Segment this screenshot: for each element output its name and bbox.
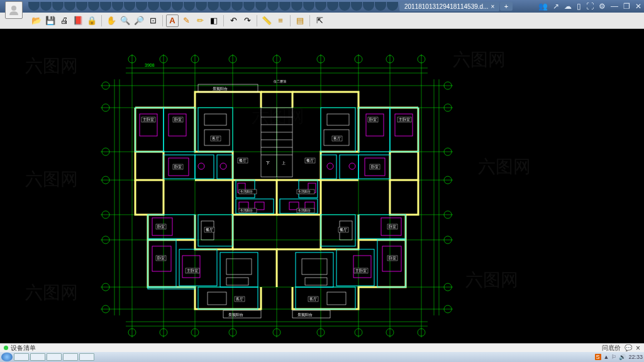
svg-text:上: 上 — [282, 161, 286, 165]
svg-rect-134 — [302, 259, 327, 274]
svg-text:卧室: 卧室 — [157, 224, 165, 229]
redo-button[interactable]: ↷ — [241, 14, 253, 27]
svg-rect-117 — [182, 256, 200, 278]
restore-icon[interactable]: ❐ — [623, 2, 630, 11]
pencil-button[interactable]: ✎ — [180, 14, 192, 27]
svg-rect-137 — [208, 292, 226, 305]
svg-point-120 — [349, 163, 355, 169]
tray-clock[interactable]: 22:33 — [628, 354, 643, 360]
status-price-label[interactable]: 问底价 — [602, 344, 621, 353]
svg-text:卧室: 卧室 — [389, 224, 396, 229]
close-icon[interactable]: ✕ — [635, 2, 641, 11]
watermark: 六图网 — [25, 167, 78, 191]
tray-ime-icon[interactable]: S — [595, 354, 601, 360]
users-icon[interactable]: 👥 — [538, 2, 548, 11]
svg-text:主卧室: 主卧室 — [143, 117, 154, 122]
lock-button[interactable]: 🔒 — [86, 14, 98, 27]
active-tab[interactable]: 201181013129418114539.d... × — [399, 2, 499, 11]
svg-text:客厅: 客厅 — [236, 297, 243, 301]
text-button[interactable]: A — [166, 14, 179, 27]
svg-text:餐厅: 餐厅 — [206, 228, 213, 232]
start-button[interactable] — [1, 353, 13, 361]
status-chat-icon[interactable]: 💬 — [625, 344, 632, 351]
drawing-canvas[interactable]: 六图网 六图网 六图网 六图网 六图网 六图网 六图网 — [0, 29, 644, 343]
title-bar: 201181013129418114539.d... × + 👥 ↗ ☁ ▯ ⛶… — [0, 0, 644, 13]
svg-text:下: 下 — [266, 161, 270, 165]
svg-text:景观阳台: 景观阳台 — [213, 87, 228, 91]
svg-text:景观阳台: 景观阳台 — [297, 313, 313, 317]
measure-button[interactable]: 📏 — [260, 14, 273, 27]
pdf-button[interactable]: 📕 — [72, 14, 84, 27]
hand-button[interactable]: ✋ — [105, 14, 118, 27]
svg-rect-85 — [220, 252, 258, 287]
svg-rect-62 — [164, 108, 195, 152]
eraser-button[interactable]: ◧ — [208, 14, 220, 27]
svg-rect-63 — [390, 108, 418, 152]
svg-text:生活阳台: 生活阳台 — [240, 189, 253, 193]
settings-icon[interactable]: ⚙ — [599, 2, 606, 11]
tab-close-icon[interactable]: × — [491, 3, 494, 10]
svg-rect-82 — [321, 215, 355, 246]
svg-point-121 — [220, 163, 226, 169]
svg-point-119 — [198, 163, 204, 169]
svg-rect-130 — [327, 114, 349, 125]
status-left-text[interactable]: 设备清单 — [11, 344, 36, 353]
task-item[interactable] — [14, 353, 29, 361]
zoom-in-button[interactable]: 🔍 — [119, 14, 131, 27]
watermark: 六图网 — [465, 268, 518, 292]
tab-filename: 201181013129418114539.d... — [404, 3, 488, 10]
new-tab-button[interactable]: + — [500, 2, 513, 11]
svg-rect-86 — [296, 252, 333, 287]
tray-flag-icon[interactable]: ⚐ — [611, 354, 616, 360]
tray-volume-icon[interactable]: 🔊 — [619, 354, 626, 360]
minimize-icon[interactable]: — — [611, 2, 618, 11]
cloud-icon[interactable]: ☁ — [564, 2, 572, 11]
svg-text:卧室: 卧室 — [389, 256, 396, 260]
svg-rect-129 — [204, 114, 226, 125]
highlight-button[interactable]: ✏ — [194, 14, 206, 27]
zoom-out-button[interactable]: 🔎 — [133, 14, 145, 27]
svg-rect-84 — [336, 249, 374, 286]
svg-rect-133 — [226, 259, 252, 274]
svg-rect-87 — [198, 287, 258, 309]
svg-point-122 — [327, 163, 333, 169]
system-tray: S ▲ ⚐ 🔊 22:33 — [595, 354, 643, 360]
zoom-fit-button[interactable]: ⊡ — [147, 14, 159, 27]
print-button[interactable]: 🖨 — [58, 14, 70, 27]
undo-button[interactable]: ↶ — [227, 14, 240, 27]
mobile-icon[interactable]: ▯ — [577, 2, 581, 11]
svg-text:位二层顶: 位二层顶 — [274, 79, 286, 83]
fullscreen-icon[interactable]: ⛶ — [586, 2, 594, 11]
svg-rect-72 — [321, 155, 336, 179]
svg-text:餐厅: 餐厅 — [306, 159, 314, 162]
floor-plan: 3908 — [101, 54, 453, 337]
task-item[interactable] — [47, 353, 62, 361]
open-button[interactable]: 📂 — [30, 14, 43, 27]
windows-taskbar: S ▲ ⚐ 🔊 22:33 — [0, 352, 644, 362]
svg-text:卧室: 卧室 — [174, 117, 182, 122]
status-close-icon[interactable]: × — [636, 344, 640, 353]
task-item[interactable] — [30, 353, 45, 361]
stack-button[interactable]: ▤ — [294, 14, 306, 27]
svg-text:生活阳台: 生活阳台 — [240, 208, 253, 212]
task-item[interactable] — [63, 353, 78, 361]
svg-rect-136 — [305, 278, 327, 285]
svg-text:生活阳台: 生活阳台 — [298, 189, 311, 193]
user-avatar[interactable] — [5, 1, 23, 19]
task-item[interactable] — [79, 353, 94, 361]
svg-rect-88 — [296, 287, 355, 309]
svg-rect-138 — [327, 292, 346, 305]
watermark: 六图网 — [453, 48, 506, 72]
share-icon[interactable]: ↗ — [553, 2, 559, 11]
save-button[interactable]: 💾 — [44, 14, 57, 27]
svg-text:生活阳台: 生活阳台 — [298, 208, 311, 212]
svg-text:卧室: 卧室 — [369, 117, 377, 122]
watermark: 六图网 — [25, 54, 78, 78]
svg-text:卧室: 卧室 — [157, 256, 165, 260]
svg-text:客厅: 客厅 — [333, 136, 341, 140]
tray-up-icon[interactable]: ▲ — [604, 354, 609, 360]
layers-button[interactable]: ≡ — [274, 14, 287, 27]
export-button[interactable]: ⇱ — [313, 14, 326, 27]
watermark: 六图网 — [478, 155, 531, 179]
tab-strip — [28, 2, 399, 11]
